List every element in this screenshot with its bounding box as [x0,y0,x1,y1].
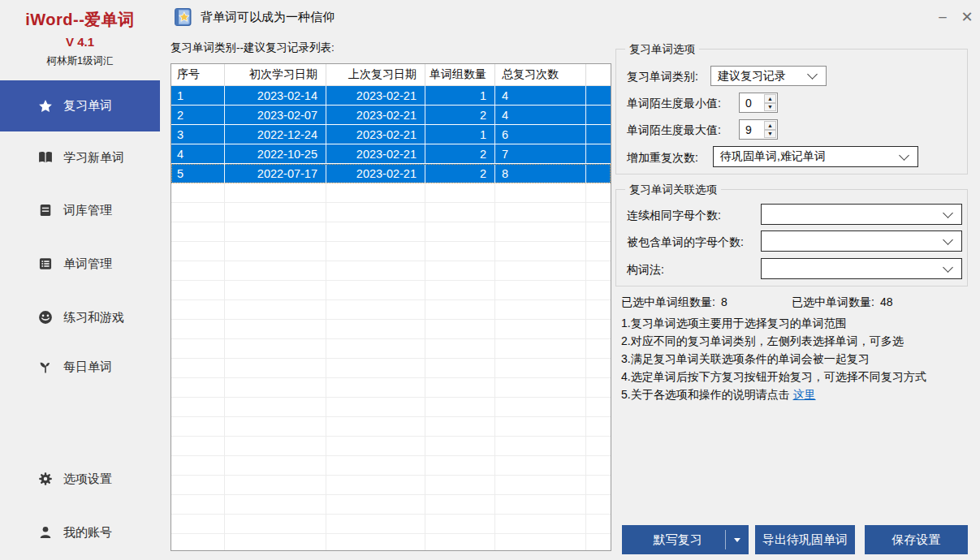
sidebar-item-label: 选项设置 [63,472,112,487]
app-motto: 背单词可以成为一种信仰 [201,10,335,25]
category-select[interactable]: 建议复习记录 [710,66,827,86]
table-empty-row[interactable] [171,437,611,456]
instruction-line: 1.复习单词选项主要用于选择复习的单词范围 [621,317,847,331]
table-empty-row[interactable] [171,339,611,359]
sidebar-item-label: 复习单词 [63,98,112,114]
table-cell: 1 [425,86,495,106]
word-formation-label: 构词法: [627,263,664,278]
selected-groups-value: 8 [721,295,727,308]
same-letter-count-select[interactable] [761,204,962,225]
table-empty-row[interactable] [171,300,611,320]
table-cell: 2023-02-14 [225,86,326,106]
sidebar-item-practice-games[interactable]: 练习和游戏 [0,301,160,334]
column-header[interactable]: 序号 [171,64,225,86]
spin-down-icon[interactable]: ▼ [764,103,776,112]
dictation-review-split-button[interactable]: 默写复习 [622,525,749,554]
help-link[interactable]: 这里 [793,388,816,401]
spin-up-icon[interactable]: ▲ [764,94,776,103]
sidebar-item-label: 我的账号 [63,525,112,541]
table-row[interactable]: 22023-02-072023-02-2124 [171,106,611,125]
table-cell: 7 [495,144,586,164]
chevron-down-icon [807,69,818,80]
same-letter-count-label: 连续相同字母个数: [627,209,721,223]
chevron-down-icon [943,262,953,273]
table-cell: 5 [171,164,225,183]
spin-down-icon[interactable]: ▼ [764,130,776,139]
table-empty-row[interactable] [171,476,611,495]
table-header-row: 序号初次学习日期上次复习日期单词组数量总复习次数 [171,64,611,86]
instruction-line: 2.对应不同的复习单词类别，左侧列表选择单词，可多选 [621,334,904,349]
sidebar-item-my-account[interactable]: 我的账号 [0,516,160,549]
table-empty-row[interactable] [171,378,611,398]
review-records-table[interactable]: 序号初次学习日期上次复习日期单词组数量总复习次数12023-02-142023-… [171,63,611,551]
table-empty-row[interactable] [171,417,611,437]
table-cell: 2023-02-21 [326,86,425,106]
max-unfamiliarity-stepper[interactable]: 9 ▲ ▼ [739,119,778,140]
repeat-count-select-value: 待巩固单词,难记单词 [714,149,900,164]
contained-word-letter-count-select[interactable] [761,230,962,252]
gear-icon [37,471,54,487]
table-row[interactable]: 32022-12-242023-02-2116 [171,125,611,144]
close-button[interactable]: ✕ [955,5,979,29]
min-unfamiliarity-stepper[interactable]: 0 ▲ ▼ [739,93,778,113]
word-formation-select[interactable] [761,258,962,279]
table-cell: 2022-12-24 [225,125,326,144]
sidebar-item-option-settings[interactable]: 选项设置 [0,463,160,495]
table-cell: 2023-02-21 [326,106,425,125]
sidebar-item-daily-words[interactable]: 每日单词 [0,351,160,383]
export-words-button[interactable]: 导出待巩固单词 [755,525,855,554]
sidebar-item-label: 词库管理 [63,203,112,218]
chevron-down-icon [943,208,953,218]
spin-up-icon[interactable]: ▲ [764,121,776,130]
app-title: iWord--爱单词 [0,9,160,31]
table-cell: 2 [425,106,495,125]
table-row[interactable]: 12023-02-142023-02-2114 [171,86,611,106]
table-row[interactable]: 52022-07-172023-02-2128 [171,164,611,183]
table-empty-row[interactable] [171,515,611,534]
minimize-button[interactable]: – [930,5,955,29]
sprout-icon [37,359,54,375]
app-book-icon [172,6,193,28]
table-empty-row[interactable] [171,456,611,476]
column-header[interactable]: 初次学习日期 [225,64,326,86]
review-mode-dropdown-arrow[interactable] [726,538,749,542]
repeat-count-select[interactable]: 待巩固单词,难记单词 [713,146,918,167]
category-select-value: 建议复习记录 [711,69,809,84]
table-empty-row[interactable] [171,242,611,261]
table-empty-row[interactable] [171,261,611,281]
table-empty-row[interactable] [171,495,611,515]
save-settings-button[interactable]: 保存设置 [865,525,968,554]
table-cell: 4 [495,86,586,106]
app-version: V 4.1 [0,35,160,49]
table-cell: 8 [495,164,586,183]
table-empty-row[interactable] [171,281,611,300]
repeat-count-label: 增加重复次数: [627,151,698,166]
sidebar-item-review-words[interactable]: 复习单词 [0,80,160,131]
table-empty-row[interactable] [171,398,611,417]
open-book-icon [37,149,54,166]
table-cell: 1 [425,125,495,144]
sidebar-item-label: 练习和游戏 [63,310,124,325]
column-header[interactable]: 总复习次数 [495,64,586,86]
table-cell: 2 [425,144,495,164]
table-empty-row[interactable] [171,359,611,378]
table-cell: 4 [171,144,225,164]
table-empty-row[interactable] [171,183,611,203]
table-empty-row[interactable] [171,534,611,551]
table-empty-row[interactable] [171,203,611,222]
table-empty-row[interactable] [171,222,611,242]
sidebar-item-lexicon-management[interactable]: 词库管理 [0,194,160,226]
table-row[interactable]: 42022-10-252023-02-2127 [171,144,611,164]
column-header[interactable]: 单词组数量 [425,64,495,86]
table-empty-row[interactable] [171,320,611,339]
table-cell: 3 [171,125,225,144]
instruction-line: 3.满足复习单词关联选项条件的单词会被一起复习 [621,352,870,367]
min-unfamiliarity-value: 0 [740,93,763,112]
table-cell: 2022-10-25 [225,144,326,164]
sidebar-item-label: 每日单词 [63,360,112,375]
column-header[interactable]: 上次复习日期 [326,64,425,86]
table-cell: 1 [171,86,225,106]
sidebar-item-learn-new-words[interactable]: 学习新单词 [0,141,160,174]
sidebar-item-word-management[interactable]: 单词管理 [0,248,160,280]
person-icon [37,524,54,541]
